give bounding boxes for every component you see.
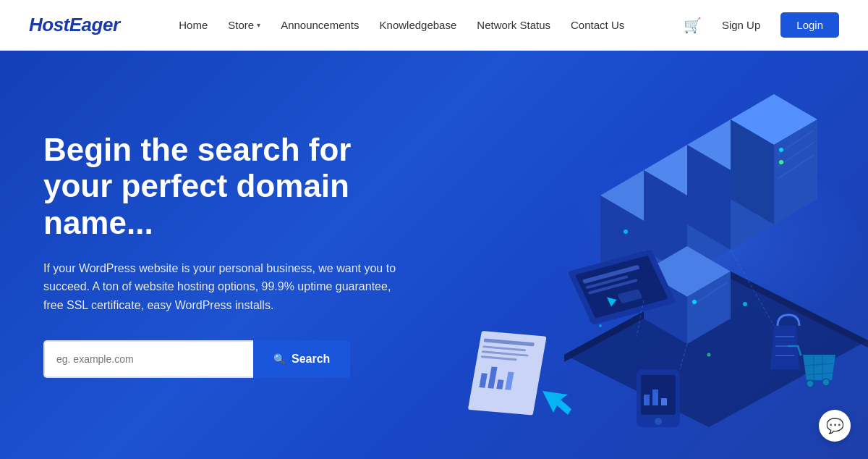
hero-content: Begin the search for your perfect domain…	[0, 132, 405, 379]
login-button[interactable]: Login	[780, 12, 839, 38]
hero-section: Begin the search for your perfect domain…	[0, 51, 868, 459]
svg-point-75	[743, 302, 747, 306]
domain-search-bar: 🔍 Search	[43, 340, 405, 378]
svg-rect-57	[644, 395, 650, 405]
header-actions: 🛒 Sign Up Login	[684, 12, 839, 38]
svg-rect-58	[652, 389, 658, 405]
svg-point-69	[822, 379, 830, 386]
chat-icon: 💬	[826, 417, 844, 434]
nav-home[interactable]: Home	[179, 19, 208, 31]
hero-illustration	[420, 51, 868, 459]
svg-point-68	[807, 380, 814, 387]
nav-store[interactable]: Store ▾	[228, 19, 260, 31]
chat-bubble[interactable]: 💬	[819, 410, 851, 442]
hero-title: Begin the search for your perfect domain…	[43, 132, 405, 242]
svg-point-38	[692, 300, 697, 304]
logo[interactable]: HostEager	[29, 14, 120, 36]
hero-subtitle: If your WordPress website is your person…	[43, 259, 405, 315]
svg-point-77	[599, 324, 602, 327]
nav-network-status[interactable]: Network Status	[477, 19, 550, 31]
search-input[interactable]	[43, 340, 253, 378]
search-icon: 🔍	[273, 353, 286, 365]
nav-contact-us[interactable]: Contact Us	[571, 19, 624, 31]
search-button[interactable]: 🔍 Search	[253, 340, 350, 378]
nav-knowledgebase[interactable]: Knowledgebase	[380, 19, 457, 31]
svg-point-33	[779, 160, 783, 164]
svg-point-60	[655, 418, 662, 425]
chevron-down-icon: ▾	[257, 21, 260, 29]
svg-rect-59	[661, 398, 667, 405]
navigation: Home Store ▾ Announcements Knowledgebase…	[179, 19, 624, 31]
svg-point-76	[707, 353, 711, 357]
svg-marker-70	[542, 391, 571, 415]
svg-point-74	[624, 230, 628, 234]
signup-button[interactable]: Sign Up	[713, 14, 769, 35]
nav-announcements[interactable]: Announcements	[281, 19, 359, 31]
svg-point-32	[779, 148, 783, 152]
cart-icon[interactable]: 🛒	[684, 17, 702, 34]
header: HostEager Home Store ▾ Announcements Kno…	[0, 0, 868, 51]
